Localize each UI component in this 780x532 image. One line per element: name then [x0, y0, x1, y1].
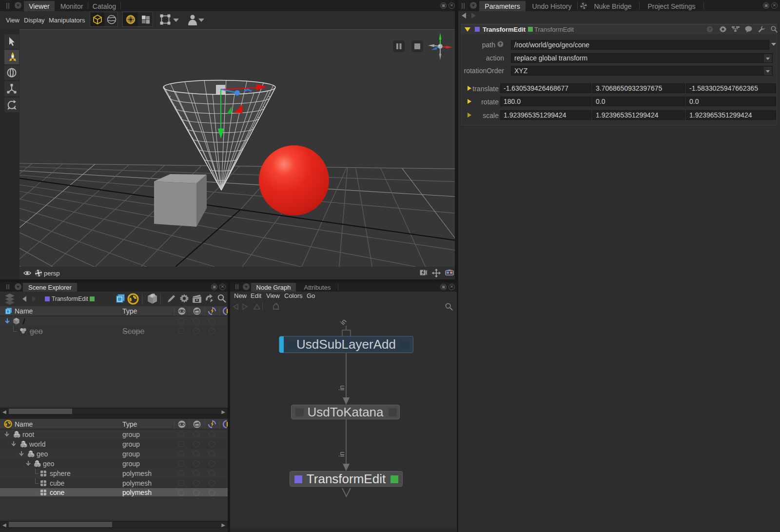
svg-text:?: ?: [708, 27, 711, 32]
svg-text:in: in: [338, 385, 346, 391]
svg-text:in: in: [338, 317, 348, 327]
svg-text:in: in: [338, 452, 346, 457]
